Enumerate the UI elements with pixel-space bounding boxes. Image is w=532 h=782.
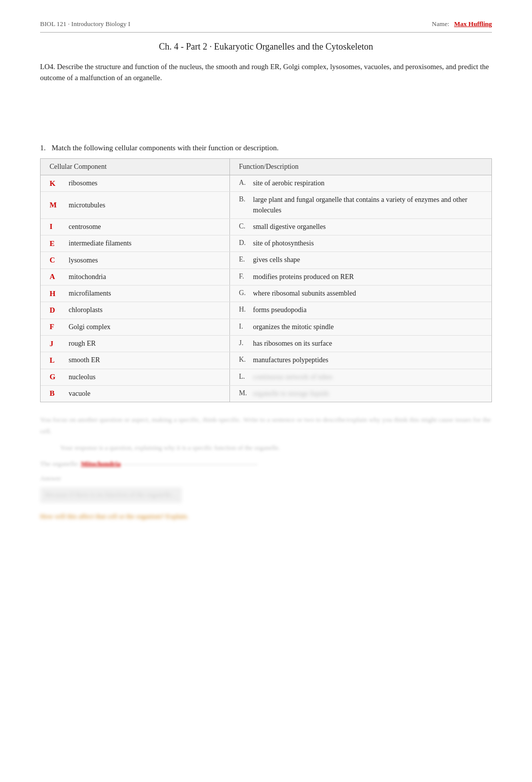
table-header: Cellular Component Function/Description — [41, 159, 491, 175]
component-cell: H microfilaments — [41, 286, 230, 302]
func-text: modifies proteins produced on RER — [253, 272, 354, 282]
blurred-main-text: You focus on another question or aspect,… — [40, 414, 492, 437]
answer-letter: I — [50, 222, 60, 231]
answer-letter: J — [50, 340, 60, 348]
table-row: H microfilaments G. where ribosomal subu… — [41, 286, 491, 302]
answer-letter: G — [50, 373, 60, 381]
component-cell: D chloroplasts — [41, 302, 230, 318]
func-letter: A. — [239, 178, 253, 187]
learning-objective: LO4. Describe the structure and function… — [40, 61, 492, 84]
function-cell: K. manufactures polypeptides — [230, 352, 491, 368]
function-cell: E. gives cells shape — [230, 252, 491, 268]
func-letter: E. — [239, 255, 253, 264]
page: BIOL 121 · Introductory Biology I Name: … — [0, 0, 532, 782]
blurred-name-suffix: ———————————————————— — [122, 460, 257, 467]
table-row: E intermediate filaments D. site of phot… — [41, 235, 491, 252]
blurred-sub-text: Your response is a question, explaining … — [60, 442, 492, 453]
answer-letter: H — [50, 290, 60, 298]
name-label: Name: — [432, 20, 449, 28]
component-name: Golgi complex — [69, 323, 111, 331]
blurred-answer-box: Because if there is no function of the o… — [40, 487, 182, 503]
table-row: J rough ER J. has ribosomes on its surfa… — [41, 336, 491, 352]
component-name: smooth ER — [69, 356, 100, 364]
component-cell: A mitochondria — [41, 269, 230, 285]
blurred-footer: How will this affect that cell or the or… — [40, 511, 492, 523]
func-letter: I. — [239, 322, 253, 331]
function-cell: H. forms pseudopodia — [230, 302, 491, 318]
function-cell: I. organizes the mitotic spindle — [230, 319, 491, 335]
function-cell: F. modifies proteins produced on RER — [230, 269, 491, 285]
answer-letter: D — [50, 306, 60, 315]
table-row: L smooth ER K. manufactures polypeptides — [41, 352, 491, 369]
course-label: BIOL 121 · Introductory Biology I — [40, 20, 130, 28]
table-row: C lysosomes E. gives cells shape — [41, 252, 491, 269]
table-row: D chloroplasts H. forms pseudopodia — [41, 302, 491, 319]
func-letter: J. — [239, 339, 253, 347]
func-text: continuous network of tubes — [253, 372, 333, 382]
answer-letter: F — [50, 323, 60, 331]
component-cell: E intermediate filaments — [41, 235, 230, 251]
blurred-name-value: Mitochondria — [81, 460, 121, 467]
func-text: where ribosomal subunits assembled — [253, 289, 356, 299]
component-cell: L smooth ER — [41, 352, 230, 368]
page-title: Ch. 4 - Part 2 · Eukaryotic Organelles a… — [40, 42, 492, 52]
func-text: large plant and fungal organelle that co… — [253, 195, 482, 215]
func-text: has ribosomes on its surface — [253, 339, 332, 349]
function-cell: B. large plant and fungal organelle that… — [230, 192, 491, 218]
func-text: site of aerobic respiration — [253, 178, 325, 188]
component-cell: G nucleolus — [41, 369, 230, 385]
func-letter: H. — [239, 305, 253, 314]
table-row: I centrosome C. small digestive organell… — [41, 219, 491, 235]
component-name: microtubules — [69, 201, 105, 209]
answer-letter: E — [50, 239, 60, 248]
question-1-wrapper: 1. Match the following cellular componen… — [40, 144, 492, 152]
func-text: organelle to storage liquids — [253, 389, 329, 399]
func-letter: B. — [239, 195, 253, 203]
function-cell: A. site of aerobic respiration — [230, 175, 491, 191]
func-text: gives cells shape — [253, 255, 300, 265]
func-letter: D. — [239, 238, 253, 247]
component-name: rough ER — [69, 340, 96, 348]
component-name: microfilaments — [69, 290, 111, 298]
table-row: B vacuole M. organelle to storage liquid… — [41, 386, 491, 402]
function-cell: L. continuous network of tubes — [230, 369, 491, 385]
component-cell: K ribosomes — [41, 175, 230, 191]
col2-header: Function/Description — [230, 159, 491, 175]
component-name: nucleolus — [69, 373, 96, 381]
question-number: 1. — [40, 144, 46, 152]
answer-letter: C — [50, 256, 60, 265]
component-cell: J rough ER — [41, 336, 230, 352]
component-name: lysosomes — [69, 256, 98, 265]
name-section: Name: Max Huffling — [432, 20, 492, 28]
student-name: Max Huffling — [454, 20, 492, 28]
function-cell: D. site of photosynthesis — [230, 235, 491, 251]
blurred-name-label: The organelle: — [40, 460, 81, 467]
component-name: vacuole — [69, 390, 91, 398]
function-cell: C. small digestive organelles — [230, 219, 491, 235]
func-letter: G. — [239, 289, 253, 297]
component-name: chloroplasts — [69, 306, 103, 314]
table-row: A mitochondria F. modifies proteins prod… — [41, 269, 491, 286]
func-letter: F. — [239, 272, 253, 281]
component-cell: B vacuole — [41, 386, 230, 402]
question-text: Match the following cellular components … — [52, 144, 279, 152]
component-name: ribosomes — [69, 179, 98, 187]
table-row: F Golgi complex I. organizes the mitotic… — [41, 319, 491, 336]
blurred-name-line: The organelle: Mitochondria ————————————… — [40, 458, 492, 470]
blurred-section: You focus on another question or aspect,… — [40, 414, 492, 523]
func-text: small digestive organelles — [253, 222, 326, 232]
answer-letter: A — [50, 273, 60, 281]
matching-table: Cellular Component Function/Description … — [40, 158, 492, 402]
component-cell: C lysosomes — [41, 252, 230, 268]
component-name: mitochondria — [69, 273, 106, 281]
func-letter: C. — [239, 222, 253, 230]
answer-letter: M — [50, 201, 60, 209]
table-row: G nucleolus L. continuous network of tub… — [41, 369, 491, 386]
function-cell: J. has ribosomes on its surface — [230, 336, 491, 352]
header: BIOL 121 · Introductory Biology I Name: … — [40, 20, 492, 33]
component-cell: M microtubules — [41, 192, 230, 218]
func-text: forms pseudopodia — [253, 305, 307, 315]
blurred-answer-label: Answer — [40, 473, 492, 484]
function-cell: M. organelle to storage liquids — [230, 386, 491, 402]
func-text: site of photosynthesis — [253, 238, 314, 248]
